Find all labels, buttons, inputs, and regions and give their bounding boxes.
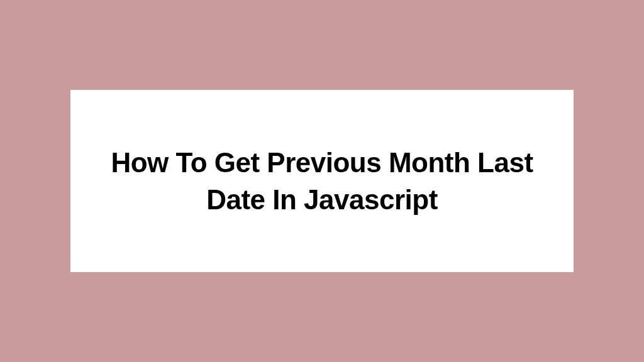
page-title: How To Get Previous Month Last Date In J… — [108, 144, 536, 219]
title-card: How To Get Previous Month Last Date In J… — [70, 90, 574, 272]
